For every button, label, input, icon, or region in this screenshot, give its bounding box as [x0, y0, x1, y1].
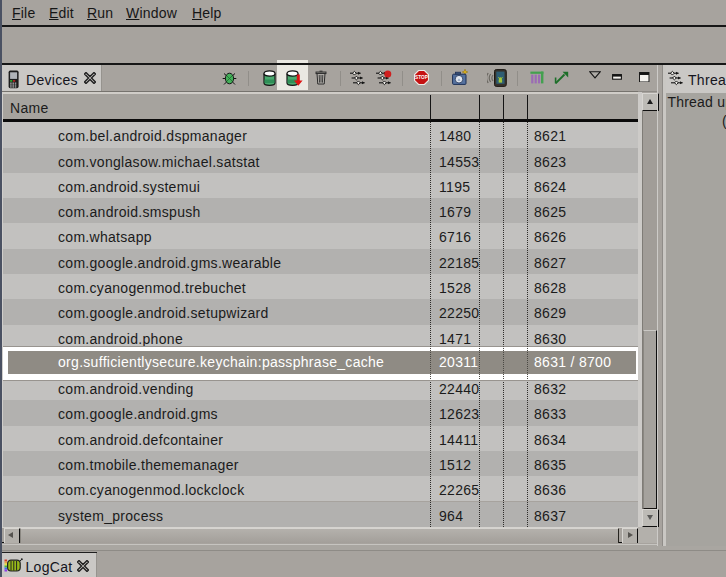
- svg-text:STOP: STOP: [415, 75, 428, 80]
